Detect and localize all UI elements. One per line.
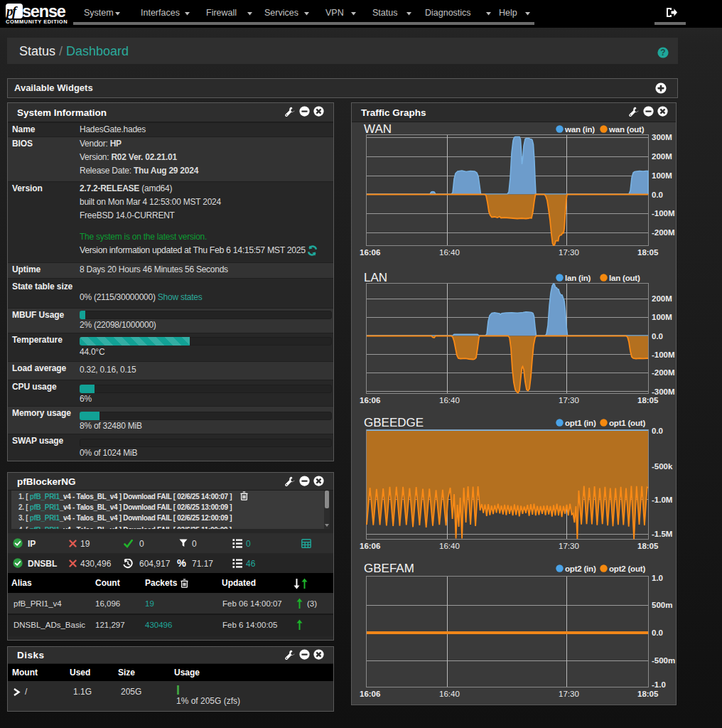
svg-text:?: ? <box>660 48 665 58</box>
